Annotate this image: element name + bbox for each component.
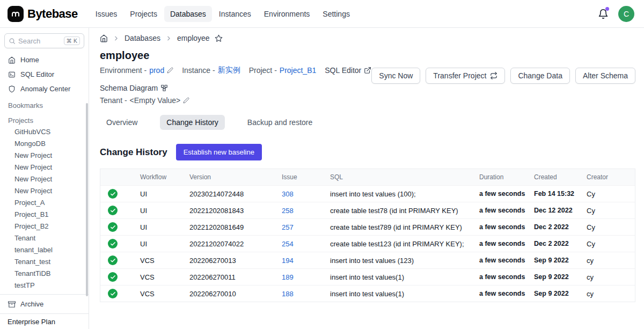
creator-cell: Cy [581, 202, 635, 219]
sidebar-item-anomaly-center[interactable]: Anomaly Center [4, 82, 84, 96]
environment-link[interactable]: prod [149, 66, 164, 75]
issue-link[interactable]: 257 [282, 223, 294, 231]
meta-instance: Instance - 新实例 [182, 65, 240, 75]
sidebar-item-home[interactable]: Home [4, 53, 84, 67]
search-input[interactable] [18, 37, 61, 45]
nav-item-projects[interactable]: Projects [124, 6, 163, 22]
schema-diagram-icon [160, 84, 168, 92]
history-row[interactable]: VCS202206270010188insert into test value… [100, 286, 635, 302]
version-cell: 20221202081649 [184, 219, 276, 236]
sidebar-scrollbar[interactable] [86, 103, 88, 296]
nav-item-environments[interactable]: Environments [258, 6, 316, 22]
sidebar-project-item[interactable]: TenantTiDB [4, 268, 84, 280]
change-history-table: Workflow Version Issue SQL Duration Crea… [100, 169, 635, 302]
history-row[interactable]: VCS202206270013194insert into test value… [100, 252, 635, 269]
col-created: Created [529, 169, 581, 186]
nav-item-settings[interactable]: Settings [317, 6, 356, 22]
establish-baseline-button[interactable]: Establish new baseline [176, 144, 262, 160]
open-schema-diagram[interactable]: Schema Diagram [100, 84, 168, 92]
issue-link[interactable]: 258 [282, 207, 294, 215]
sidebar-project-item[interactable]: tenant_label [4, 244, 84, 256]
sidebar-item-archive[interactable]: Archive [4, 297, 84, 311]
sql-cell: create table test789 (id int PRIMARY KEY… [325, 219, 474, 236]
nav-item-issues[interactable]: Issues [90, 6, 123, 22]
database-meta: Environment - prod Instance - 新实例 Projec… [100, 65, 371, 108]
instance-link[interactable]: 新实例 [218, 65, 240, 75]
tab-backup-restore[interactable]: Backup and restore [241, 115, 319, 130]
history-row[interactable]: UI20221202081843258create table test78 (… [100, 202, 635, 219]
history-row[interactable]: UI20230214072448308insert into test valu… [100, 186, 635, 202]
edit-pencil-icon[interactable] [183, 97, 189, 104]
sidebar-project-item[interactable]: Tenant [4, 232, 84, 244]
history-row[interactable]: UI20221202081649257create table test789 … [100, 219, 635, 236]
search-shortcut: ⌘ K [64, 36, 80, 45]
avatar[interactable]: C [618, 6, 634, 22]
sync-now-button[interactable]: Sync Now [371, 68, 420, 84]
section-title: Change History [100, 147, 167, 158]
sidebar-project-item[interactable]: Project_B2 [4, 221, 84, 232]
version-cell: 202206270011 [184, 269, 276, 286]
sidebar-item-label: Home [20, 56, 39, 64]
home-icon [8, 56, 16, 64]
change-data-button[interactable]: Change Data [510, 68, 570, 84]
workflow-cell: UI [135, 186, 184, 202]
sql-cell: create table test78 (id int PRIMARY KEY) [325, 202, 474, 219]
sidebar-project-item[interactable]: Project_B1 [4, 209, 84, 221]
breadcrumb-home-icon[interactable] [100, 34, 108, 42]
search-icon [9, 38, 16, 45]
created-cell: Dec 2 2022 [529, 236, 581, 252]
project-link[interactable]: Project_B1 [280, 66, 316, 75]
nav-item-instances[interactable]: Instances [213, 6, 257, 22]
sidebar-item-label: Anomaly Center [20, 85, 70, 93]
issue-cell: 308 [276, 186, 325, 202]
sidebar-project-item[interactable]: testTP [4, 280, 84, 291]
sidebar-project-item[interactable]: New Project [4, 173, 84, 185]
sidebar-project-item[interactable]: New Project [4, 185, 84, 197]
sql-cell: insert into test values (123) [325, 252, 474, 269]
sidebar-project-item[interactable]: Tenant_test [4, 256, 84, 268]
bytebase-logo[interactable]: Bytebase [8, 6, 78, 22]
notification-bell-icon[interactable] [598, 9, 609, 19]
chevron-right-icon [113, 35, 120, 42]
open-sql-editor[interactable]: SQL Editor [325, 66, 371, 75]
creator-cell: cy [581, 286, 635, 302]
search-box[interactable]: ⌘ K [4, 33, 84, 48]
sidebar-item-sql-editor[interactable]: SQL Editor [4, 67, 84, 82]
breadcrumb-databases[interactable]: Databases [125, 34, 160, 42]
issue-cell: 188 [276, 286, 325, 302]
bookmark-star-icon[interactable] [215, 34, 223, 42]
issue-link[interactable]: 188 [282, 290, 294, 298]
edit-pencil-icon[interactable] [167, 67, 173, 74]
sidebar-project-item[interactable]: New Project [4, 162, 84, 173]
alter-schema-button[interactable]: Alter Schema [575, 68, 635, 84]
status-cell [100, 269, 135, 286]
transfer-project-button[interactable]: Transfer Project [426, 68, 505, 84]
issue-link[interactable]: 308 [282, 190, 294, 198]
meta-tenant: Tenant - <Empty Value> [100, 96, 189, 105]
workflow-cell: VCS [135, 269, 184, 286]
sidebar-project-item[interactable]: New Project [4, 150, 84, 162]
sql-cell: create table test123 (id int PRIMARY KEY… [325, 236, 474, 252]
history-row[interactable]: UI20221202074022254create table test123 … [100, 236, 635, 252]
history-row[interactable]: VCS202206270011189insert into test value… [100, 269, 635, 286]
sidebar-section-bookmarks: Bookmarks [4, 96, 84, 111]
created-cell: Feb 14 15:32 [529, 186, 581, 202]
created-cell: Dec 12 2022 [529, 202, 581, 219]
breadcrumb-employee[interactable]: employee [177, 34, 210, 42]
duration-cell: a few seconds [474, 186, 529, 202]
topbar: Bytebase Issues Projects Databases Insta… [0, 0, 644, 28]
issue-link[interactable]: 189 [282, 273, 294, 281]
tab-overview[interactable]: Overview [100, 115, 144, 130]
col-status [100, 169, 135, 186]
sidebar-nav: Home SQL Editor Anomaly Center [4, 53, 84, 96]
sidebar-project-item[interactable]: MongoDB [4, 138, 84, 150]
tab-change-history[interactable]: Change History [160, 115, 225, 130]
sql-cell: insert into test values(1) [325, 269, 474, 286]
sidebar-project-item[interactable]: Project_A [4, 197, 84, 209]
issue-link[interactable]: 254 [282, 240, 294, 248]
sidebar-project-item[interactable]: GitHubVCS [4, 126, 84, 138]
issue-link[interactable]: 194 [282, 257, 294, 265]
nav-item-databases[interactable]: Databases [164, 6, 212, 22]
workflow-cell: VCS [135, 252, 184, 269]
notification-dot [605, 7, 609, 11]
